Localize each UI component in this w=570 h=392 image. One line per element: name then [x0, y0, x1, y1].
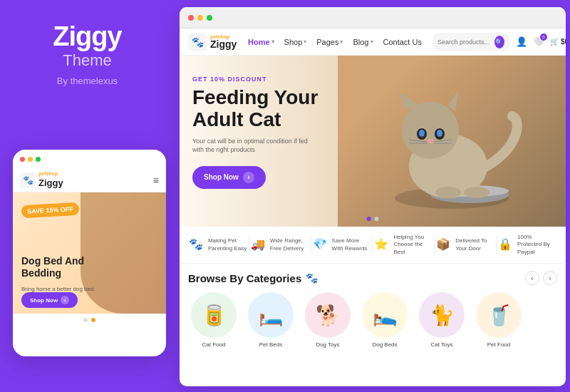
- mobile-hero-bg: [81, 192, 166, 314]
- category-circle-1: 🥫: [191, 292, 237, 338]
- category-item-5[interactable]: 🐈 Cat Toys: [416, 292, 467, 348]
- cat-illustration: [338, 56, 559, 227]
- mobile-hero-subtitle: Bring home a better dog bed.: [21, 286, 95, 292]
- category-img-2: 🛏️: [253, 297, 289, 333]
- feature-icon-6: 🔒: [498, 237, 514, 253]
- brand-subtitle: Theme: [63, 51, 111, 70]
- nav-actions: 👤 🤍 0 🛒 $0.00: [516, 36, 566, 47]
- svg-point-16: [435, 187, 461, 198]
- brand-by: By themelexus: [57, 76, 118, 86]
- mobile-hero: SAVE 15% OFF Dog Bed And Bedding Bring h…: [13, 192, 166, 314]
- category-label-3: Dog Toys: [316, 341, 339, 348]
- categories-title: Browse By Categories 🐾: [188, 272, 318, 284]
- svg-point-10: [437, 130, 442, 137]
- category-circle-4: 🛌: [362, 292, 408, 338]
- categories-header: Browse By Categories 🐾 ‹ ›: [188, 271, 557, 285]
- cart-total: $0.00: [561, 38, 566, 46]
- mobile-menu-icon[interactable]: ≡: [153, 175, 159, 186]
- nav-link-shop[interactable]: Shop ▾: [280, 35, 311, 49]
- site-logo-text-wrap: petshop Ziggy: [210, 34, 237, 49]
- cat-prev-btn[interactable]: ‹: [525, 271, 539, 285]
- search-button[interactable]: 🔍: [494, 36, 504, 48]
- feature-icon-4: ⭐: [374, 237, 390, 253]
- feature-item-4: ⭐ Helping You Choose the Best: [374, 234, 432, 256]
- mobile-logo-petshop: petshop: [38, 171, 63, 176]
- mobile-hero-title: Dog Bed And Bedding: [21, 255, 100, 279]
- feature-divider-2: [311, 237, 311, 254]
- cart-icon: 🛒: [550, 38, 559, 46]
- feature-item-2: 🚚 Wide Range, Free Delivery: [251, 237, 309, 253]
- feature-item-1: 🐾 Making Pet Parenting Easy: [189, 237, 247, 253]
- hero-dot-2[interactable]: [375, 217, 379, 221]
- mobile-shop-btn[interactable]: Shop Now ›: [21, 292, 78, 308]
- feature-divider-3: [372, 237, 373, 254]
- feature-item-3: 💎 Save More With Rewards: [313, 237, 371, 253]
- mobile-dot-indicator-2: [91, 318, 95, 322]
- nav-link-contact[interactable]: Contact Us: [379, 35, 426, 49]
- hero-dot-1[interactable]: [367, 217, 371, 221]
- feature-icon-5: 📦: [436, 237, 452, 253]
- hero-background: [338, 56, 566, 227]
- cart-button[interactable]: 🛒 $0.00: [550, 38, 566, 46]
- cat-next-btn[interactable]: ›: [543, 271, 557, 285]
- hero-btn-arrow: ›: [243, 172, 254, 183]
- category-item-2[interactable]: 🛏️ Pet Beds: [245, 292, 296, 348]
- category-label-6: Pet Food: [487, 341, 510, 348]
- feature-text-5: Delivered To Your Door: [455, 237, 494, 252]
- left-panel: Ziggy Theme By themelexus 🐾 petshop Zigg…: [0, 0, 175, 392]
- paw-icon: 🐾: [306, 272, 318, 284]
- mobile-top-bar: [13, 150, 166, 168]
- nav-link-home[interactable]: Home ▾: [244, 35, 279, 49]
- svg-marker-6: [448, 90, 459, 111]
- feature-text-3: Save More With Rewards: [332, 237, 371, 252]
- category-label-5: Cat Toys: [431, 341, 453, 348]
- mobile-logo-icon: 🐾: [20, 172, 36, 188]
- site-logo-area: 🐾 petshop Ziggy: [188, 33, 238, 51]
- wishlist-badge: 0: [540, 33, 547, 41]
- feature-divider-4: [434, 237, 435, 254]
- mobile-mockup: 🐾 petshop Ziggy ≡ SAVE 15% OFF Dog Bed A…: [13, 150, 166, 356]
- hero-title: Feeding Your Adult Cat: [192, 87, 318, 131]
- category-item-3[interactable]: 🐕 Dog Toys: [302, 292, 353, 348]
- category-label-2: Pet Beds: [259, 341, 282, 348]
- mobile-logo-text-wrap: petshop Ziggy: [38, 171, 63, 189]
- categories-section: Browse By Categories 🐾 ‹ › 🥫 Cat Food 🛏️…: [180, 264, 566, 355]
- category-label-1: Cat Food: [202, 341, 226, 348]
- svg-point-11: [428, 139, 433, 143]
- wishlist-icon[interactable]: 🤍 0: [533, 36, 544, 47]
- category-img-1: 🥫: [196, 297, 232, 333]
- browser-dot-yellow: [197, 15, 203, 21]
- mobile-shop-btn-arrow: ›: [61, 296, 69, 304]
- nav-links: Home ▾ Shop ▾ Pages ▾ Blog ▾ Contact Us: [244, 35, 426, 49]
- hero-shop-button[interactable]: Shop Now ›: [192, 166, 266, 189]
- feature-icon-3: 💎: [313, 237, 328, 253]
- nav-search[interactable]: 🔍: [432, 33, 510, 51]
- mobile-dot-indicator-1: [83, 318, 88, 322]
- mobile-logo-name: Ziggy: [38, 177, 63, 188]
- feature-divider-1: [249, 237, 249, 254]
- category-item-4[interactable]: 🛌 Dog Beds: [359, 292, 410, 348]
- hero-dots: [367, 217, 379, 221]
- nav-link-blog[interactable]: Blog ▾: [348, 35, 377, 49]
- search-input[interactable]: [437, 38, 491, 46]
- hero-section: GET 10% DISCOUNT Feeding Your Adult Cat …: [180, 56, 566, 227]
- feature-item-6: 🔒 100% Protected By Paypal: [498, 234, 556, 256]
- hero-content: GET 10% DISCOUNT Feeding Your Adult Cat …: [192, 76, 318, 189]
- category-item-1[interactable]: 🥫 Cat Food: [188, 292, 239, 348]
- category-img-6: 🥤: [481, 297, 517, 333]
- category-label-4: Dog Beds: [372, 341, 397, 348]
- feature-item-5: 📦 Delivered To Your Door: [436, 237, 494, 253]
- category-circle-5: 🐈: [419, 292, 465, 338]
- category-item-6[interactable]: 🥤 Pet Food: [473, 292, 524, 348]
- browser-chrome: [180, 7, 566, 29]
- user-icon[interactable]: 👤: [516, 36, 527, 47]
- mobile-logo-area: 🐾 petshop Ziggy: [20, 171, 63, 189]
- features-bar: 🐾 Making Pet Parenting Easy 🚚 Wide Range…: [180, 227, 566, 264]
- site-logo-name: Ziggy: [210, 39, 237, 49]
- hero-discount-tag: GET 10% DISCOUNT: [192, 76, 318, 83]
- category-img-4: 🛌: [367, 297, 403, 333]
- feature-text-1: Making Pet Parenting Easy: [208, 237, 247, 252]
- feature-icon-1: 🐾: [189, 237, 204, 253]
- site-nav: 🐾 petshop Ziggy Home ▾ Shop ▾ Pages ▾ Bl…: [180, 29, 566, 56]
- nav-link-pages[interactable]: Pages ▾: [312, 35, 347, 49]
